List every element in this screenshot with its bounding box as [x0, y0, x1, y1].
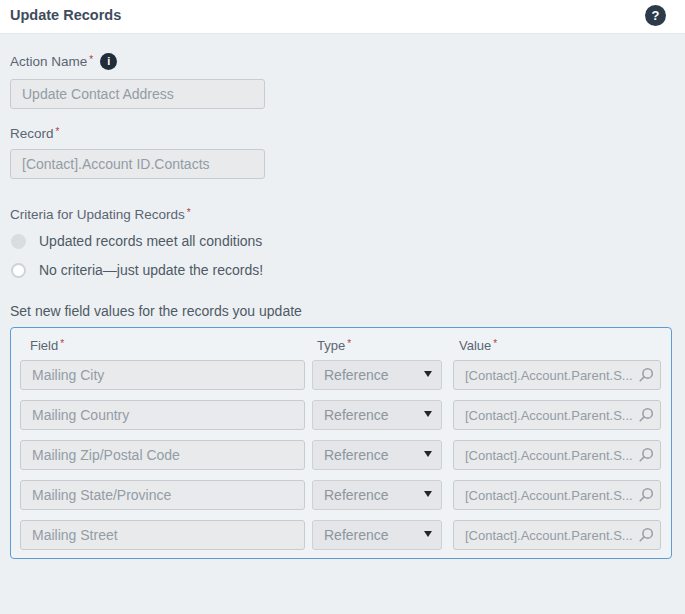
table-row: Reference [11, 520, 671, 550]
column-header-type: Type* [312, 338, 442, 353]
value-input[interactable] [453, 400, 661, 430]
table-row: Reference [11, 400, 671, 430]
type-select-value: Reference [324, 367, 389, 383]
value-input[interactable] [453, 440, 661, 470]
action-name-label: Action Name* [10, 54, 93, 69]
field-values-rows: Reference Reference [11, 360, 671, 550]
help-icon[interactable]: ? [645, 5, 666, 26]
dropdown-arrow-icon [424, 371, 432, 377]
search-icon[interactable] [638, 487, 654, 503]
search-icon[interactable] [638, 407, 654, 423]
required-asterisk: * [56, 126, 60, 137]
search-icon[interactable] [638, 367, 654, 383]
action-name-input[interactable] [10, 79, 265, 109]
type-select[interactable]: Reference [312, 360, 442, 390]
record-label: Record* [10, 126, 675, 141]
field-name-input[interactable] [20, 360, 305, 390]
dropdown-arrow-icon [424, 451, 432, 457]
field-values-panel: Field* Type* Value* Reference [10, 327, 672, 559]
column-header-field: Field* [20, 338, 305, 353]
field-name-input[interactable] [20, 440, 305, 470]
value-lookup [453, 400, 661, 430]
search-icon[interactable] [638, 527, 654, 543]
field-name-input[interactable] [20, 480, 305, 510]
radio-label: No criteria—just update the records! [39, 262, 263, 278]
table-row: Reference [11, 360, 671, 390]
dialog-body: Action Name* i Record* Criteria for Upda… [0, 34, 685, 614]
dialog-header: Update Records ? [0, 0, 685, 34]
table-row: Reference [11, 440, 671, 470]
update-records-dialog: Update Records ? Action Name* i Record* … [0, 0, 685, 614]
search-icon[interactable] [638, 447, 654, 463]
required-asterisk: * [347, 338, 351, 349]
radio-label: Updated records meet all conditions [39, 233, 262, 249]
value-input[interactable] [453, 480, 661, 510]
info-icon[interactable]: i [100, 53, 117, 70]
dropdown-arrow-icon [424, 411, 432, 417]
field-name-input[interactable] [20, 520, 305, 550]
dropdown-arrow-icon [424, 531, 432, 537]
type-select-value: Reference [324, 447, 389, 463]
value-input[interactable] [453, 520, 661, 550]
type-select[interactable]: Reference [312, 480, 442, 510]
criteria-option-conditions[interactable]: Updated records meet all conditions [10, 231, 675, 251]
value-lookup [453, 360, 661, 390]
required-asterisk: * [187, 207, 191, 218]
value-lookup [453, 480, 661, 510]
field-values-header: Field* Type* Value* [11, 334, 671, 356]
type-select[interactable]: Reference [312, 520, 442, 550]
field-name-input[interactable] [20, 400, 305, 430]
required-asterisk: * [493, 338, 497, 349]
value-lookup [453, 520, 661, 550]
type-select[interactable]: Reference [312, 400, 442, 430]
radio-button-icon[interactable] [11, 263, 26, 278]
radio-button-icon[interactable] [11, 234, 26, 249]
value-input[interactable] [453, 360, 661, 390]
record-input[interactable] [10, 149, 265, 179]
action-name-label-row: Action Name* i [10, 53, 675, 70]
table-row: Reference [11, 480, 671, 510]
type-select[interactable]: Reference [312, 440, 442, 470]
required-asterisk: * [89, 54, 93, 65]
value-lookup [453, 440, 661, 470]
criteria-label: Criteria for Updating Records* [10, 207, 675, 222]
required-asterisk: * [60, 338, 64, 349]
criteria-option-no-criteria[interactable]: No criteria—just update the records! [10, 260, 675, 280]
type-select-value: Reference [324, 407, 389, 423]
type-select-value: Reference [324, 527, 389, 543]
dropdown-arrow-icon [424, 491, 432, 497]
type-select-value: Reference [324, 487, 389, 503]
set-field-values-label: Set new field values for the records you… [10, 303, 675, 319]
page-title: Update Records [10, 7, 121, 23]
column-header-value: Value* [453, 338, 661, 353]
